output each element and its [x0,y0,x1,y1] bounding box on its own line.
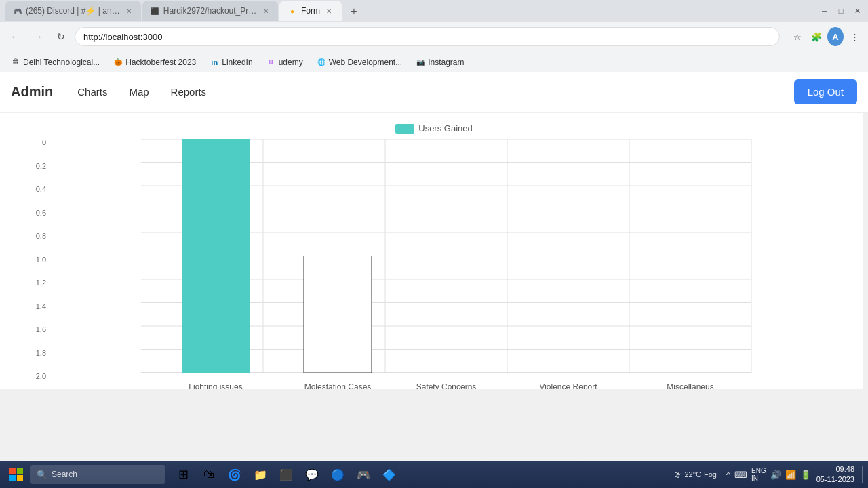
taskbar-app-chat[interactable]: 💬 [300,462,324,487]
weather-temp: 22°C [684,470,701,479]
taskbar-apps: ⊞ 🛍 🌀 📁 ⬛ 💬 🔵 🎮 🔷 [171,462,401,487]
delhi-favicon: 🏛 [11,58,20,67]
y-label-10: 1.0 [27,256,46,264]
bookmark-instagram[interactable]: 📷 Instagram [410,56,469,68]
windows-logo [9,468,23,481]
bookmark-udemy[interactable]: u udemy [261,56,309,68]
tab-hackout[interactable]: ⬛ Hardik2972/hackout_Project ✕ [142,1,278,21]
network-icon[interactable]: 📶 [785,470,796,480]
browser-extensions-icon[interactable]: 🧩 [808,28,825,45]
nav-link-reports[interactable]: Reports [163,81,215,103]
maximize-button[interactable]: □ [835,5,846,16]
svg-rect-26 [17,468,23,474]
volume-icon[interactable]: 🔊 [770,470,781,480]
weather-widget[interactable]: 🌫 22°C Fog [670,470,721,479]
taskbar-app-discord[interactable]: 🎮 [351,462,376,487]
files-icon: 📁 [254,468,267,481]
nav-brand: Admin [11,84,53,100]
taskbar-app-widgets[interactable]: ⊞ [171,462,195,487]
bookmark-delhi-label: Delhi Technological... [23,58,100,67]
address-text: http://localhost:3000 [83,32,162,42]
taskbar-app-terminal[interactable]: ⬛ [274,462,298,487]
tab-form-close[interactable]: ✕ [324,6,334,16]
chat-icon: 💬 [305,468,319,481]
x-label-violence: Violence Report [539,382,597,389]
svg-rect-25 [9,468,16,474]
back-button[interactable]: ← [5,27,24,46]
y-label-14: 1.4 [27,303,46,310]
instagram-favicon: 📷 [416,58,425,67]
y-label-18: 1.8 [27,350,46,357]
tab-discord-close[interactable]: ✕ [125,6,133,16]
x-label-lighting: Lighting issues [189,382,242,389]
profile-button[interactable]: A [827,28,844,45]
vscode-icon: 🔷 [382,468,396,481]
keyboard-icon[interactable]: ⌨ [734,470,747,480]
bookmark-udemy-label: udemy [279,58,303,67]
tab-hackout-close[interactable]: ✕ [261,6,270,16]
bookmark-webdev[interactable]: 🌐 Web Development... [311,56,408,68]
menu-button[interactable]: ⋮ [846,28,863,45]
nav-links: Charts Map Reports [69,81,793,103]
y-label-12: 1.2 [27,279,46,287]
language-icon[interactable]: ENGIN [751,467,766,482]
x-label-molestation: Molestation Cases [304,382,372,389]
y-label-02: 0.2 [27,163,46,170]
new-tab-button[interactable]: + [344,2,363,21]
bookmark-linkedin[interactable]: in LinkedIn [204,56,258,68]
terminal-icon: ⬛ [279,468,293,481]
taskbar-app-chrome[interactable]: 🔵 [326,462,350,487]
widgets-icon: ⊞ [178,467,189,482]
star-icon[interactable]: ☆ [789,28,806,45]
chart1-wrapper: 2.0 1.8 1.6 1.4 1.2 1.0 0.8 0.6 0.4 0.2 … [27,139,841,389]
taskbar-app-store[interactable]: 🛍 [197,462,221,487]
y-label-20: 2.0 [27,373,46,380]
tab-form-label: Form [301,6,320,16]
app-content: Admin Charts Map Reports Log Out Users G… [0,72,868,389]
bookmark-delhi[interactable]: 🏛 Delhi Technological... [5,56,105,68]
taskbar-app-edge[interactable]: 🌀 [222,462,247,487]
chart1-area: Lighting issues Molestation Cases Safety… [52,139,841,389]
address-bar[interactable]: http://localhost:3000 [75,27,780,46]
svg-rect-28 [17,475,23,481]
reload-button[interactable]: ↻ [52,27,71,46]
address-icons: ☆ 🧩 A ⋮ [789,28,863,45]
forward-button[interactable]: → [28,27,47,46]
y-label-04: 0.4 [27,186,46,193]
logout-button[interactable]: Log Out [794,79,857,104]
navbar: Admin Charts Map Reports Log Out [0,72,868,113]
y-label-06: 0.6 [27,209,46,217]
bookmark-instagram-label: Instagram [428,58,464,67]
close-button[interactable]: ✕ [852,5,863,16]
chart1-svg: Lighting issues Molestation Cases Safety… [52,139,841,389]
x-label-misc: Miscellaneus [667,382,713,389]
svg-rect-27 [9,475,16,481]
system-tray: ^ ⌨ ENGIN 🔊 📶 🔋 [726,467,811,482]
bar-lighting [182,139,250,373]
bookmarks-bar: 🏛 Delhi Technological... 🎃 Hacktoberfest… [0,52,868,72]
nav-link-charts[interactable]: Charts [69,81,115,103]
nav-link-map[interactable]: Map [121,81,157,103]
show-desktop[interactable] [860,466,863,483]
start-button[interactable] [5,464,27,485]
tab-discord[interactable]: 🎮 (265) Discord | #⚡ | announ... ✕ [5,1,141,21]
minimize-button[interactable]: ─ [819,5,830,16]
chart1-legend: Users Gained [27,123,841,134]
chart1-y-axis: 2.0 1.8 1.6 1.4 1.2 1.0 0.8 0.6 0.4 0.2 … [27,139,52,389]
taskbar-search[interactable]: 🔍 Search [30,465,165,484]
tray-expand[interactable]: ^ [726,470,730,480]
taskbar-time[interactable]: 09:48 05-11-2023 [816,464,854,485]
y-label-16: 1.6 [27,326,46,333]
window-controls: ─ □ ✕ [819,5,863,16]
tab-hackout-label: Hardik2972/hackout_Project [163,6,257,16]
taskbar-app-vscode[interactable]: 🔷 [377,462,401,487]
bookmark-hacktoberfest-label: Hacktoberfest 2023 [125,58,196,67]
battery-icon[interactable]: 🔋 [800,470,811,480]
weather-icon: 🌫 [674,470,682,479]
date-display: 05-11-2023 [816,474,854,485]
taskbar-app-files[interactable]: 📁 [248,462,273,487]
scroll-track[interactable] [863,72,868,389]
hackout-favicon: ⬛ [151,6,159,16]
bookmark-hacktoberfest[interactable]: 🎃 Hacktoberfest 2023 [108,56,201,68]
tab-form[interactable]: ● Form ✕ [279,1,342,21]
